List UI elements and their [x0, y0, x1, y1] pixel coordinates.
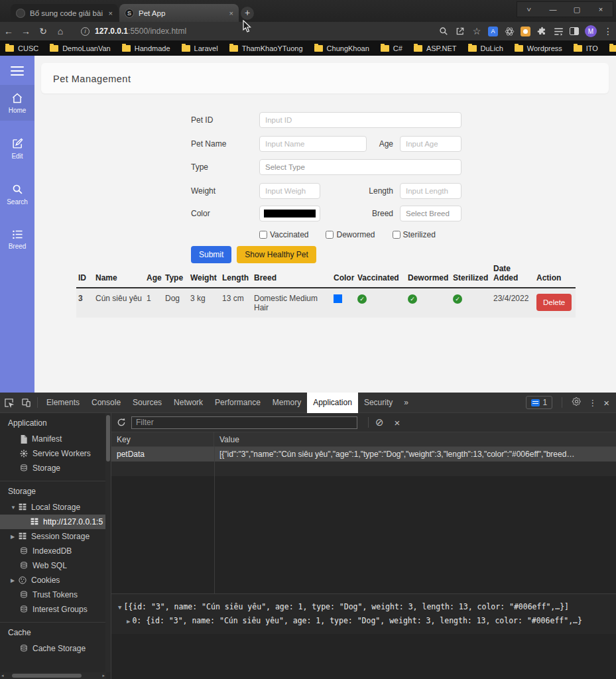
collapsed-arrow-icon[interactable]: ▶ [11, 534, 19, 540]
collapsed-arrow-icon[interactable]: ▶ [11, 578, 19, 584]
translate-extension-icon[interactable]: A [488, 27, 498, 36]
tree-item-manifest[interactable]: Manifest [0, 432, 111, 446]
dewormed-checkbox[interactable]: Dewormed [326, 230, 375, 239]
submit-button[interactable]: Submit [191, 246, 231, 263]
preview-line-2[interactable]: ▶0: {id: "3", name: "Cún siêu yêu", age:… [118, 614, 609, 628]
forward-icon[interactable]: → [17, 26, 34, 36]
checkbox[interactable] [326, 231, 334, 239]
device-toolbar-icon[interactable] [17, 398, 34, 408]
tab-console[interactable]: Console [86, 393, 127, 413]
tab-close-icon[interactable]: × [109, 9, 113, 17]
tree-item-local-storage[interactable]: ▼ Local Storage [0, 500, 111, 515]
browser-tab-1[interactable]: Bổ sung code giải bài tập Assign × [11, 4, 118, 22]
pet-id-input[interactable] [259, 112, 462, 128]
expanded-arrow-icon[interactable]: ▼ [11, 505, 19, 511]
bookmark-folder[interactable]: ChungKhoan [314, 44, 369, 52]
breed-select[interactable]: Select Breed [400, 206, 462, 221]
extensions-puzzle-icon[interactable] [536, 26, 547, 36]
checkbox[interactable] [393, 231, 400, 239]
sterilized-checkbox[interactable]: Sterilized [393, 230, 436, 239]
pet-name-input[interactable] [259, 136, 367, 152]
more-tabs-icon[interactable]: » [399, 398, 414, 407]
browser-menu-kebab-icon[interactable]: ⋮ [603, 26, 613, 36]
sidebar-item-home[interactable]: Home [0, 85, 34, 121]
back-icon[interactable]: ← [0, 26, 17, 36]
age-input[interactable] [400, 136, 462, 152]
bookmark-folder[interactable]: CUSC [5, 44, 38, 52]
bookmark-folder[interactable]: C# [381, 44, 402, 52]
close-button[interactable]: × [589, 2, 613, 17]
bookmark-folder[interactable]: DemoLuanVan [50, 44, 111, 52]
bookmark-star-icon[interactable]: ☆ [471, 26, 482, 36]
sidebar-item-breed[interactable]: Breed [0, 221, 34, 257]
devtools-menu-kebab-icon[interactable]: ⋮ [588, 398, 597, 408]
empty-row[interactable] [111, 462, 616, 476]
collapsed-triangle-icon[interactable]: ▶ [127, 618, 130, 625]
reading-list-icon[interactable] [553, 26, 564, 36]
value-column-header[interactable]: Value [214, 435, 616, 444]
tree-item-cookies[interactable]: ▶ Cookies [0, 573, 111, 587]
tree-item-trust-tokens[interactable]: Trust Tokens [0, 587, 111, 602]
devtools-extension-icon[interactable] [504, 26, 515, 36]
vaccinated-checkbox[interactable]: Vaccinated [259, 230, 308, 239]
extension-icon-orange[interactable] [521, 27, 530, 36]
show-healthy-pet-button[interactable]: Show Healthy Pet [237, 246, 316, 263]
tab-memory[interactable]: Memory [267, 393, 307, 413]
tab-close-icon[interactable]: × [229, 9, 233, 17]
sidebar-vertical-scrollbar[interactable] [105, 413, 111, 672]
profile-avatar[interactable]: M [585, 25, 597, 37]
home-icon[interactable]: ⌂ [52, 26, 69, 36]
share-icon[interactable] [455, 26, 465, 36]
tab-performance[interactable]: Performance [209, 393, 267, 413]
tree-item-web-sql[interactable]: Web SQL [0, 558, 111, 573]
devtools-close-icon[interactable]: × [603, 397, 609, 408]
block-icon[interactable]: ⊘ [375, 416, 384, 428]
settings-gear-icon[interactable] [572, 397, 582, 408]
bookmark-folder[interactable]: Kwork [609, 44, 616, 52]
bookmark-folder[interactable]: ASP.NET [414, 44, 457, 52]
address-bar[interactable]: i 127.0.0.1:5500/index.html [74, 24, 432, 38]
tree-item-cache-storage[interactable]: Cache Storage [0, 641, 111, 656]
storage-row-petdata[interactable]: petData [{"id":"3","name":"Cún siêu yêu"… [111, 447, 616, 462]
bookmark-folder[interactable]: Laravel [182, 44, 218, 52]
tree-item-service-workers[interactable]: Service Workers [0, 446, 111, 461]
zoom-icon[interactable] [438, 26, 449, 36]
color-input[interactable] [259, 206, 320, 221]
sidebar-item-edit[interactable]: Edit [0, 130, 34, 166]
key-column-header[interactable]: Key [111, 432, 214, 446]
menu-hamburger-icon[interactable] [11, 66, 24, 76]
reload-icon[interactable]: ↻ [34, 26, 52, 36]
minimize-button[interactable]: — [541, 2, 565, 17]
checkbox[interactable] [259, 231, 267, 239]
tab-network[interactable]: Network [168, 393, 209, 413]
site-info-icon[interactable]: i [81, 27, 90, 36]
tree-item-session-storage[interactable]: ▶ Session Storage [0, 529, 111, 544]
tab-security[interactable]: Security [358, 393, 399, 413]
length-input[interactable] [400, 183, 462, 199]
tab-application[interactable]: Application [307, 393, 358, 413]
column-divider[interactable] [214, 447, 215, 593]
console-messages-badge[interactable]: 1 [526, 396, 553, 409]
tab-sources[interactable]: Sources [127, 393, 168, 413]
sidebar-horizontal-scrollbar[interactable]: ◂▸ [0, 672, 106, 679]
tab-search-chevron-icon[interactable]: > [517, 2, 541, 17]
tree-item-local-storage-origin[interactable]: http://127.0.0.1:5 [0, 515, 111, 529]
bookmark-folder[interactable]: ITO [574, 44, 598, 52]
bookmark-folder[interactable]: ThamKhaoYTuong [229, 44, 303, 52]
bookmark-folder[interactable]: Handmade [122, 44, 170, 52]
sidebar-item-search[interactable]: Search [0, 176, 34, 212]
filter-input[interactable] [131, 416, 357, 429]
browser-tab-2-active[interactable]: S Pet App × [119, 4, 239, 22]
tree-item-storage[interactable]: Storage [0, 461, 111, 475]
expanded-triangle-icon[interactable]: ▼ [118, 604, 121, 611]
bookmark-folder[interactable]: DuLich [468, 44, 503, 52]
maximize-button[interactable]: ▢ [565, 2, 589, 17]
tab-elements[interactable]: Elements [40, 393, 86, 413]
side-panel-icon[interactable] [570, 27, 579, 35]
weight-input[interactable] [259, 183, 320, 199]
preview-line-1[interactable]: ▼[{id: "3", name: "Cún siêu yêu", age: 1… [118, 600, 609, 614]
inspect-element-icon[interactable] [0, 398, 17, 408]
bookmark-folder[interactable]: Wordpress [515, 44, 562, 52]
new-tab-button[interactable]: + [241, 7, 254, 20]
refresh-icon[interactable] [111, 418, 131, 427]
